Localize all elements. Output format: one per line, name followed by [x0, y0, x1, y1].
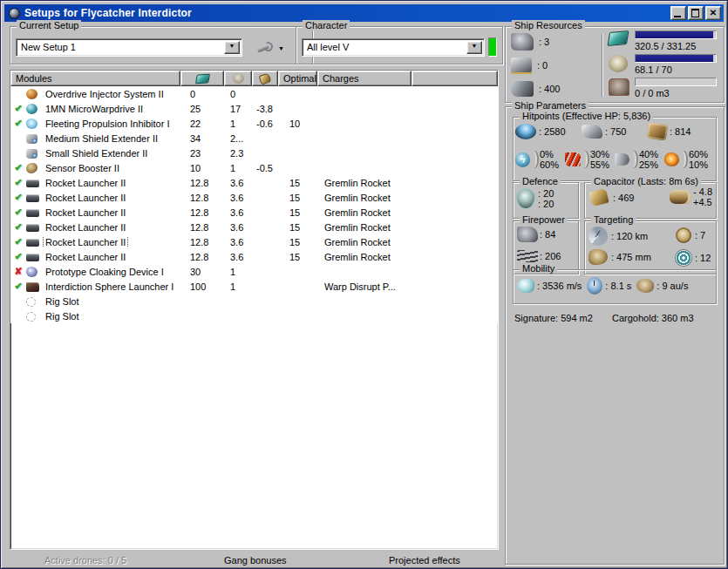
gang-bonuses-label[interactable]: Gang bonuses: [224, 555, 287, 566]
module-row[interactable]: ✔ Rocket Launcher II 12.8 3.6 15 Gremlin…: [10, 234, 498, 249]
modules-list: Modules Optimal Charges Overdrive Inject…: [10, 70, 499, 550]
resource-bar-row: 320.5 / 331.25: [609, 30, 718, 53]
module-row[interactable]: ✔ Rocket Launcher II 12.8 3.6 15 Gremlin…: [10, 175, 498, 190]
module-powergrid: 3.6: [224, 222, 252, 233]
projected-effects-label[interactable]: Projected effects: [389, 555, 460, 566]
capacitor-battery-icon: [670, 190, 691, 204]
minimize-button-icon[interactable]: [670, 6, 686, 20]
hitpoint-pool: : 2580: [515, 124, 582, 139]
module-name: Sensor Booster II: [43, 163, 122, 173]
hitpoint-pool-value: : 2580: [539, 126, 566, 137]
module-row[interactable]: ✔ Rocket Launcher II 12.8 3.6 15 Gremlin…: [10, 190, 498, 205]
modules-list-body: Overdrive Injector System II 0 0 ✔ 1MN M…: [10, 86, 498, 323]
align-time-icon: [587, 277, 602, 295]
module-cap-use: -0.6: [252, 119, 278, 129]
module-type-icon: [26, 89, 37, 99]
module-charge: Gremlin Rocket: [317, 178, 457, 188]
resource-slot-row: : 0: [511, 54, 602, 77]
module-row[interactable]: ✔ Sensor Booster II 10 1 -0.5: [10, 160, 498, 175]
resist-shield-value: 30%: [590, 149, 609, 159]
module-row[interactable]: Rig Slot: [10, 294, 498, 308]
module-row[interactable]: ✔ Rocket Launcher II 12.8 3.6 15 Gremlin…: [10, 205, 498, 220]
resist-separator: [680, 151, 686, 168]
resist-icon: [664, 152, 679, 166]
module-cap-use: -3.8: [252, 104, 278, 114]
maximize-button-icon[interactable]: [688, 6, 704, 20]
cargohold-value: Cargohold: 360 m3: [612, 313, 694, 323]
close-button-icon[interactable]: [705, 6, 721, 20]
module-type-icon: [26, 134, 37, 144]
module-type-icon: [26, 104, 37, 114]
module-type-icon: [26, 297, 36, 307]
resist-armor-value: 60%: [540, 159, 559, 170]
column-header-optimal[interactable]: Optimal: [278, 71, 317, 86]
module-row[interactable]: Medium Shield Extender II 34 2...: [10, 131, 498, 146]
ship-parameters-group: Ship Parameters Hitpoints (Effective HP:…: [505, 106, 725, 565]
ship-resources-label: Ship Resources: [512, 20, 585, 30]
module-row[interactable]: ✔ Rocket Launcher II 12.8 3.6 15 Gremlin…: [10, 249, 498, 264]
character-combobox[interactable]: All level V: [302, 38, 485, 57]
module-row[interactable]: ✔ Rocket Launcher II 12.8 3.6 15 Gremlin…: [10, 220, 498, 234]
column-header-modules[interactable]: Modules: [10, 71, 180, 86]
module-charge: Gremlin Rocket: [317, 237, 457, 247]
hitpoint-pool-icon: [515, 124, 536, 139]
module-cpu: 12.8: [180, 207, 224, 218]
current-setup-group: Current Setup New Setup 1 ▼: [10, 26, 313, 64]
module-row[interactable]: Rig Slot: [10, 308, 498, 323]
cpu-icon: [194, 73, 209, 84]
module-row[interactable]: Small Shield Extender II 23 2.3: [10, 146, 498, 160]
column-header-cpu[interactable]: [180, 71, 224, 86]
active-drones-label[interactable]: Active drones: 0 / 5: [44, 555, 126, 566]
module-powergrid: 3.6: [224, 178, 252, 188]
app-window: Setups for Flycatcher Interdictor Curren…: [0, 0, 728, 569]
resource-slot-icon: [511, 33, 534, 51]
module-cap-use: -0.5: [252, 163, 278, 173]
resource-bar-track: [635, 54, 717, 63]
resist-shield-value: 40%: [639, 149, 658, 159]
module-status-icon: ✔: [14, 207, 22, 217]
character-dropdown-arrow-icon[interactable]: [466, 41, 482, 54]
column-header-powergrid[interactable]: [224, 71, 252, 86]
module-row[interactable]: ✔ Fleeting Propulsion Inhibitor I 22 1 -…: [10, 116, 498, 131]
title-bar[interactable]: Setups for Flycatcher Interdictor: [4, 4, 724, 22]
resist-item: 30% 55%: [565, 149, 615, 170]
resource-bar-fill: [636, 55, 713, 62]
module-charge: Gremlin Rocket: [317, 207, 457, 218]
module-optimal: 15: [278, 193, 317, 203]
module-type-icon: [26, 163, 37, 173]
module-row[interactable]: ✔ 1MN MicroWarpdrive II 25 17 -3.8: [10, 101, 498, 116]
align-time-value: : 8.1 s: [605, 281, 631, 291]
defence-shield-icon: [517, 189, 534, 208]
module-powergrid: 3.6: [224, 193, 252, 203]
resist-item: 40% 25%: [615, 149, 664, 170]
module-name: Rocket Launcher II: [43, 207, 128, 218]
current-setup-dropdown-arrow-icon[interactable]: [224, 41, 240, 54]
module-type-icon: [26, 239, 39, 247]
resist-armor-value: 25%: [639, 159, 658, 170]
modules-list-header: Modules Optimal Charges: [10, 71, 498, 86]
setup-tools-button[interactable]: ▼: [255, 38, 291, 58]
resource-bar-track: [635, 78, 717, 86]
module-cpu: 12.8: [180, 252, 224, 262]
mobility-label: Mobility: [520, 263, 557, 274]
module-powergrid: 1: [224, 163, 252, 173]
module-status-icon: ✔: [14, 281, 22, 291]
module-row[interactable]: ✘ Prototype Cloaking Device I 30 1: [10, 264, 498, 279]
current-setup-combobox[interactable]: New Setup 1: [16, 38, 242, 57]
current-setup-value: New Setup 1: [21, 42, 224, 52]
scan-strength-value: : 7: [695, 230, 705, 240]
module-row[interactable]: ✔ Interdiction Sphere Launcher I 100 1 W…: [10, 279, 498, 294]
column-header-charges[interactable]: Charges: [317, 71, 412, 86]
resource-slot-value: : 400: [539, 84, 560, 94]
module-cpu: 22: [180, 119, 224, 129]
module-cpu: 34: [180, 133, 224, 144]
resource-slot-icon: [511, 58, 532, 74]
resource-bar-row: 68.1 / 70: [609, 53, 718, 77]
resist-item: 60% 10%: [664, 149, 714, 170]
capacitor-drain: - 4.8: [693, 186, 712, 197]
module-cpu: 23: [180, 148, 224, 159]
module-row[interactable]: Overdrive Injector System II 0 0: [10, 86, 498, 101]
module-status-icon: ✘: [14, 266, 22, 276]
column-header-capacitor[interactable]: [252, 71, 278, 86]
module-powergrid: 3.6: [224, 252, 252, 262]
